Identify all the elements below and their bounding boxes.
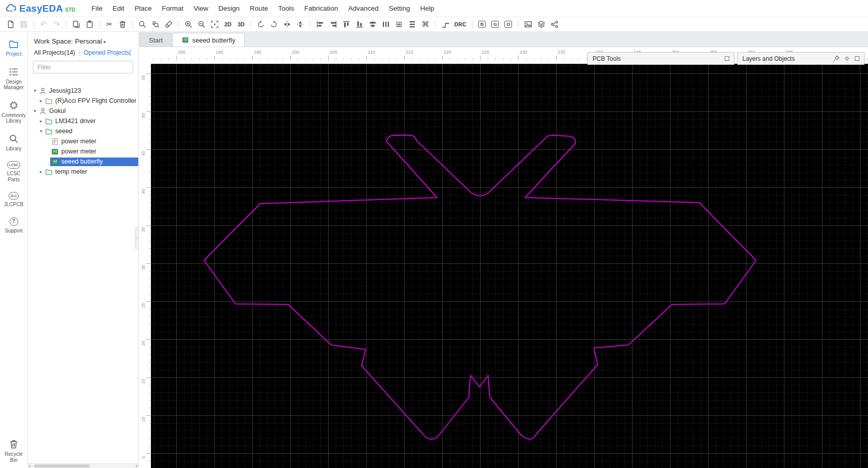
board-outline[interactable] [204, 135, 756, 439]
align-left-icon[interactable] [313, 18, 327, 30]
view-3d-button[interactable]: 3D [234, 18, 248, 30]
view-2d-button[interactable]: 2D [221, 18, 234, 30]
distribute-horizontal-icon[interactable] [379, 18, 392, 30]
expand-panel-icon[interactable] [725, 56, 729, 61]
redo-icon[interactable]: ↷ [50, 18, 63, 30]
delete-icon[interactable] [116, 18, 129, 30]
menu-tools[interactable]: Tools [273, 2, 299, 15]
tab-seeed-butterfly[interactable]: seeed butterfly [173, 33, 244, 47]
expander-open-icon[interactable]: ▾ [32, 88, 38, 93]
distribute-vertical-icon[interactable] [406, 18, 419, 30]
tree-item-r-acci-fpv-flight-controller-e[interactable]: ▸(R)Acci FPV Flight Controller - E [28, 96, 138, 106]
align-bottom-icon[interactable] [353, 18, 366, 30]
tree-item-seeed[interactable]: ▾seeed [28, 126, 138, 136]
scroll-left-arrow-icon[interactable]: ◂ [28, 463, 30, 468]
open-icon[interactable] [4, 18, 17, 30]
scroll-right-arrow-icon[interactable]: ▸ [136, 463, 138, 468]
copy-icon[interactable] [70, 18, 83, 30]
panel-collapse-handle[interactable]: ‹ [135, 227, 138, 249]
tree-project-icon [45, 128, 53, 135]
easyeda-logo[interactable]: EasyEDA STD [5, 3, 75, 14]
order-icon[interactable]: O [502, 18, 515, 30]
expander-closed-icon[interactable]: ▸ [38, 169, 44, 174]
undo-icon[interactable]: ↶ [37, 18, 50, 30]
menu-design[interactable]: Design [213, 2, 245, 15]
tree-item-lm3421-driver[interactable]: ▸LM3421 driver [28, 116, 138, 126]
cut-icon[interactable]: ✂ [103, 18, 116, 30]
mirror-horizontal-icon[interactable] [281, 18, 294, 30]
menu-route[interactable]: Route [245, 2, 273, 15]
pcb-tools-panel[interactable]: PCB Tools [587, 52, 734, 65]
workspace-selector[interactable]: Work Space:Personal▾ [28, 32, 138, 48]
search-icon[interactable] [136, 18, 149, 30]
expander-open-icon[interactable]: ▾ [32, 108, 38, 113]
paste-icon-glyph [86, 20, 94, 28]
find-component-icon[interactable] [149, 18, 162, 30]
menu-fabrication[interactable]: Fabrication [299, 2, 343, 15]
share-icon[interactable] [548, 18, 561, 30]
tree-item-power-meter[interactable]: power meter [28, 146, 138, 157]
rotate-cw-icon[interactable] [267, 18, 281, 30]
layers-icon[interactable] [535, 18, 548, 30]
expander-closed-icon[interactable]: ▸ [38, 98, 44, 103]
sidebar-item-lcsc-parts[interactable]: LCSCLCSC Parts [0, 161, 27, 182]
rotate-ccw-icon[interactable] [254, 18, 267, 30]
opened-projects-link[interactable]: Opened Projects( [84, 49, 131, 56]
menu-help[interactable]: Help [415, 2, 440, 15]
tree-item-jesuslg123[interactable]: ▾Jesuslg123 [28, 86, 138, 96]
expander-closed-icon[interactable]: ▸ [38, 119, 44, 124]
array-icon[interactable]: ⊞ [392, 18, 406, 30]
sidebar-item-design-manager[interactable]: Design Manager [0, 67, 27, 91]
pin-icon[interactable] [833, 55, 840, 62]
sidebar-item-support[interactable]: ?Support [0, 217, 27, 234]
delete-icon-glyph [119, 20, 127, 28]
pcb-canvas[interactable] [151, 64, 868, 468]
tree-item-label: LM3421 driver [55, 118, 96, 125]
v-ruler-label: 5 [141, 453, 146, 461]
bom-icon[interactable]: B [476, 18, 489, 30]
mirror-vertical-icon[interactable] [294, 18, 307, 30]
gerber-icon[interactable]: G [489, 18, 502, 30]
menu-place[interactable]: Place [130, 2, 157, 15]
sidebar-item-project[interactable]: Project [0, 39, 27, 57]
route-track-icon[interactable] [439, 18, 452, 30]
paste-icon[interactable] [83, 18, 96, 30]
sidebar-item-library[interactable]: Library [0, 134, 27, 152]
menu-advanced[interactable]: Advanced [343, 2, 384, 15]
filter-input[interactable] [33, 61, 133, 73]
eraser-icon[interactable] [162, 18, 175, 30]
group-icon[interactable]: ⌘ [419, 18, 432, 30]
save-icon[interactable] [17, 18, 30, 30]
preview-icon[interactable] [522, 18, 535, 30]
tree-item-seeed-butterfly[interactable]: seeed butterfly [28, 157, 138, 167]
sidebar-item-commonly-library[interactable]: Commonly Library [0, 100, 27, 124]
all-projects-link[interactable]: All Projects(14) [34, 49, 75, 56]
expander-open-icon[interactable]: ▾ [38, 129, 44, 134]
drc-button[interactable]: DRC [452, 18, 469, 30]
tree-item-power-meter[interactable]: power meter [28, 136, 138, 146]
menu-setting[interactable]: Setting [384, 2, 415, 15]
easyeda-app: { "app": { "brand": "EasyEDA", "brand_su… [0, 0, 868, 468]
collapse-panel-icon[interactable] [855, 56, 859, 61]
gear-icon[interactable] [844, 55, 850, 62]
align-top-icon[interactable] [340, 18, 353, 30]
menu-format[interactable]: Format [156, 2, 188, 15]
menu-edit[interactable]: Edit [107, 2, 129, 15]
sidebar-item-recycle-bin[interactable]: Recycle Bin [0, 439, 27, 463]
align-center-icon[interactable] [366, 18, 379, 30]
hscrollbar-thumb[interactable] [34, 464, 90, 467]
layers-panel[interactable]: Layers and Objects [737, 52, 864, 65]
distribute-vertical-icon-glyph [408, 20, 416, 28]
align-right-icon[interactable] [327, 18, 340, 30]
project-panel-hscrollbar[interactable]: ◂ ▸ [28, 463, 138, 468]
tree-item-temp-meter[interactable]: ▸temp meter [28, 167, 138, 177]
zoom-out-icon[interactable] [195, 18, 208, 30]
v-ruler-label: 55 [141, 73, 146, 82]
zoom-in-icon[interactable] [182, 18, 195, 30]
menu-file[interactable]: File [87, 2, 108, 15]
tree-item-gokul[interactable]: ▾Gokul [28, 106, 138, 116]
tab-start[interactable]: Start [140, 33, 172, 47]
zoom-window-icon[interactable] [208, 18, 221, 30]
sidebar-item-jlcpcb[interactable]: JLCJLCPCB [0, 192, 27, 208]
menu-view[interactable]: View [188, 2, 213, 15]
